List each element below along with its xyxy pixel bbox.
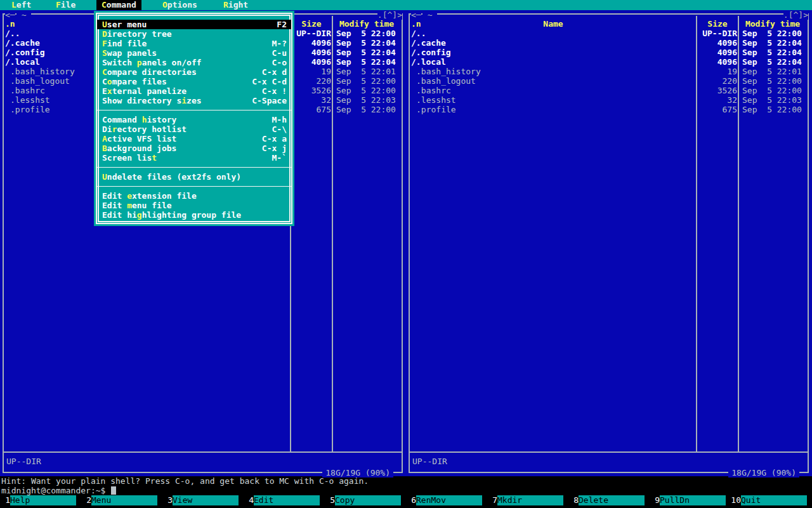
file-mtime: Sep 5 22:00 xyxy=(336,29,396,38)
menu-item-user-menu[interactable]: User menuF2 xyxy=(97,20,291,29)
menu-item-shortcut: F2 xyxy=(277,20,287,29)
label-hotkey: U xyxy=(102,20,107,29)
label-post: wap panels xyxy=(107,48,157,58)
file-name: .bash_logout xyxy=(10,76,70,86)
menu-item-external-panelize[interactable]: External panelizeC-x ! xyxy=(97,86,291,96)
menu-item-undelete-files-ext2fs-only[interactable]: Undelete files (ext2fs only) xyxy=(97,172,291,182)
column-header-name[interactable]: Name xyxy=(410,19,697,29)
label-post: zes xyxy=(187,96,201,105)
label-hotkey: C xyxy=(102,67,107,77)
column-header-mtime[interactable]: Modify time xyxy=(738,19,807,29)
file-name: .profile xyxy=(10,105,50,114)
menu-item-command-history[interactable]: Command historyM-h xyxy=(97,115,291,124)
history-back-icon[interactable]: <─ xyxy=(411,10,421,20)
label-hotkey: O xyxy=(162,0,167,10)
menu-item-edit-menu-file[interactable]: Edit menu file xyxy=(97,201,291,210)
menu-item-compare-directories[interactable]: Compare directoriesC-x d xyxy=(97,67,291,77)
menubar-item-options[interactable]: Options xyxy=(162,0,197,10)
label-post: ommand xyxy=(107,0,136,10)
menubar-item-command[interactable]: Command xyxy=(96,0,141,10)
menu-item-shortcut: C-x a xyxy=(262,134,287,144)
panel-path[interactable]: ~ xyxy=(16,10,31,20)
column-header-size[interactable]: Size xyxy=(291,19,332,29)
menu-item-directory-tree[interactable]: Directory tree xyxy=(97,29,291,39)
menu-item-swap-panels[interactable]: Swap panelsC-u xyxy=(97,48,291,58)
file-size: 220 xyxy=(723,76,737,86)
label-pre: Switch xyxy=(102,58,137,67)
separator-line xyxy=(97,167,291,168)
fkey-label: RenMov xyxy=(416,495,482,505)
file-name: /.cache xyxy=(411,38,446,48)
fkey-2-menu[interactable]: 2Menu xyxy=(81,495,162,505)
fkey-10-quit[interactable]: 10Quit xyxy=(731,495,812,505)
file-mtime: Sep 5 22:00 xyxy=(742,29,802,38)
menu-item-label: Screen list xyxy=(102,153,157,163)
menu-item-background-jobs[interactable]: Background jobsC-x j xyxy=(97,144,291,153)
fkey-label: Menu xyxy=(91,495,157,505)
file-name: /.. xyxy=(5,29,20,38)
menu-bar: LeftFileCommandOptionsRight xyxy=(0,0,812,10)
label-hotkey: i xyxy=(181,96,187,105)
fkey-5-copy[interactable]: 5Copy xyxy=(325,495,406,505)
panel-path[interactable]: ~ xyxy=(422,10,437,20)
file-mtime: Sep 5 22:04 xyxy=(742,57,802,67)
file-row-lesshst[interactable]: .lesshst32Sep 5 22:03 xyxy=(406,95,812,105)
fkey-9-pulldn[interactable]: 9PullDn xyxy=(650,495,731,505)
file-row-bash-logout[interactable]: .bash_logout220Sep 5 22:00 xyxy=(406,76,812,86)
file-row-bash-history[interactable]: .bash_history19Sep 5 22:01 xyxy=(406,67,812,76)
column-header-size[interactable]: Size xyxy=(697,19,738,29)
menu-item-shortcut: C-x C-d xyxy=(252,77,287,86)
menu-item-edit-highlighting-group-file[interactable]: Edit highlighting group file xyxy=(97,210,291,220)
menu-separator xyxy=(97,182,291,191)
panel-right[interactable]: <─ ~ .[^]> .n Name Size Modify time /..U… xyxy=(406,10,812,476)
file-name: /.config xyxy=(411,48,451,57)
panel-corner-buttons-icon[interactable]: .[^]> xyxy=(377,10,402,20)
file-row-config[interactable]: /.config4096Sep 5 22:04 xyxy=(406,48,812,57)
fkey-number: 6 xyxy=(406,495,416,505)
file-row-profile[interactable]: .profile675Sep 5 22:00 xyxy=(406,105,812,114)
menu-item-edit-extension-file[interactable]: Edit extension file xyxy=(97,191,291,201)
panel-corner-buttons-icon[interactable]: .[^]> xyxy=(783,10,808,20)
menu-item-find-file[interactable]: Find fileM-? xyxy=(97,39,291,48)
fkey-1-help[interactable]: 1Help xyxy=(0,495,81,505)
file-row-cache[interactable]: /.cache4096Sep 5 22:04 xyxy=(406,38,812,48)
file-row-bashrc[interactable]: .bashrc3526Sep 5 22:00 xyxy=(406,86,812,95)
menu-item-directory-hotlist[interactable]: Directory hotlistC-\ xyxy=(97,124,291,134)
menubar-item-right[interactable]: Right xyxy=(223,0,248,10)
history-back-icon[interactable]: <─ xyxy=(5,10,15,20)
label-post: enu file xyxy=(132,201,172,210)
file-row-item[interactable]: /..UP--DIRSep 5 22:00 xyxy=(406,29,812,38)
fkey-4-edit[interactable]: 4Edit xyxy=(244,495,325,505)
label-hotkey: S xyxy=(102,48,107,58)
fkey-3-view[interactable]: 3View xyxy=(162,495,244,505)
file-size: 19 xyxy=(321,67,331,76)
fkey-label: Delete xyxy=(579,495,645,505)
file-mtime: Sep 5 22:04 xyxy=(336,48,396,57)
column-header-mtime[interactable]: Modify time xyxy=(332,19,401,29)
menu-item-compare-files[interactable]: Compare filesC-x C-d xyxy=(97,77,291,86)
menu-item-screen-list[interactable]: Screen listM-` xyxy=(97,153,291,163)
label-pre: Di xyxy=(102,124,112,134)
file-size: 32 xyxy=(727,95,737,105)
menu-item-active-vfs-list[interactable]: Active VFS listC-x a xyxy=(97,134,291,144)
fkey-number: 5 xyxy=(325,495,335,505)
file-mtime: Sep 5 22:04 xyxy=(742,48,802,57)
menu-item-label: Compare files xyxy=(102,77,167,86)
label-hotkey: B xyxy=(102,144,107,153)
menu-item-label: Switch panels on/off xyxy=(102,58,202,67)
file-name: .bashrc xyxy=(10,86,45,95)
fkey-7-mkdir[interactable]: 7Mkdir xyxy=(487,495,568,505)
menu-item-switch-panels-on-off[interactable]: Switch panels on/offC-o xyxy=(97,58,291,67)
fkey-number: 1 xyxy=(0,495,10,505)
menubar-item-left[interactable]: Left xyxy=(11,0,31,10)
file-mtime: Sep 5 22:00 xyxy=(336,105,396,114)
menubar-item-file[interactable]: File xyxy=(56,0,75,10)
menu-item-show-directory-sizes[interactable]: Show directory sizesC-Space xyxy=(97,96,291,105)
shell-prompt[interactable]: midnight@commander:~$ xyxy=(1,486,116,495)
file-row-local[interactable]: /.local4096Sep 5 22:04 xyxy=(406,57,812,67)
fkey-8-delete[interactable]: 8Delete xyxy=(568,495,650,505)
file-mtime: Sep 5 22:01 xyxy=(336,67,396,76)
fkey-6-renmov[interactable]: 6RenMov xyxy=(406,495,487,505)
panel-list-separator xyxy=(410,451,808,453)
separator-line xyxy=(97,186,291,187)
